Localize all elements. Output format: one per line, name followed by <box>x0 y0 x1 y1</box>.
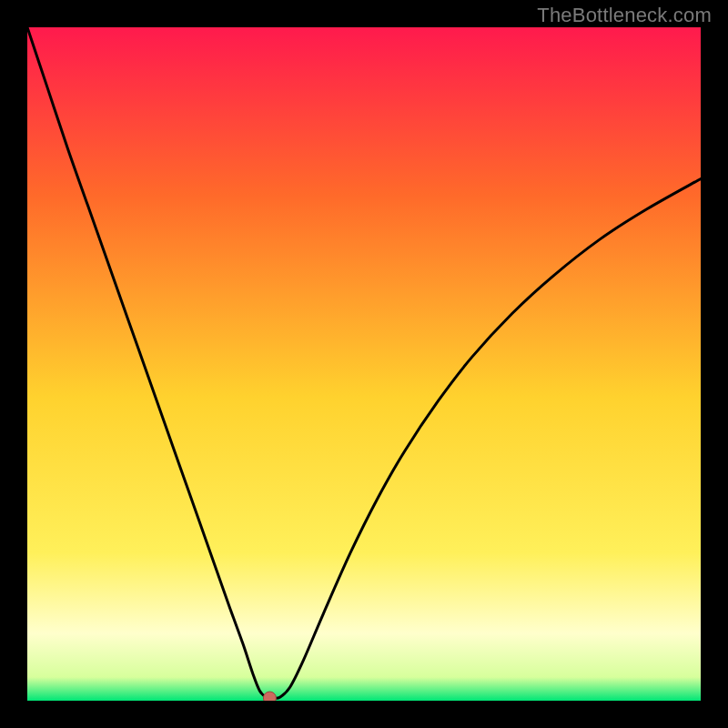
chart-frame: TheBottleneck.com <box>0 0 728 728</box>
plot-area <box>27 27 701 701</box>
gradient-background <box>27 27 701 701</box>
optimal-point-marker <box>263 692 276 701</box>
watermark-text: TheBottleneck.com <box>537 4 712 27</box>
bottleneck-chart <box>27 27 701 701</box>
